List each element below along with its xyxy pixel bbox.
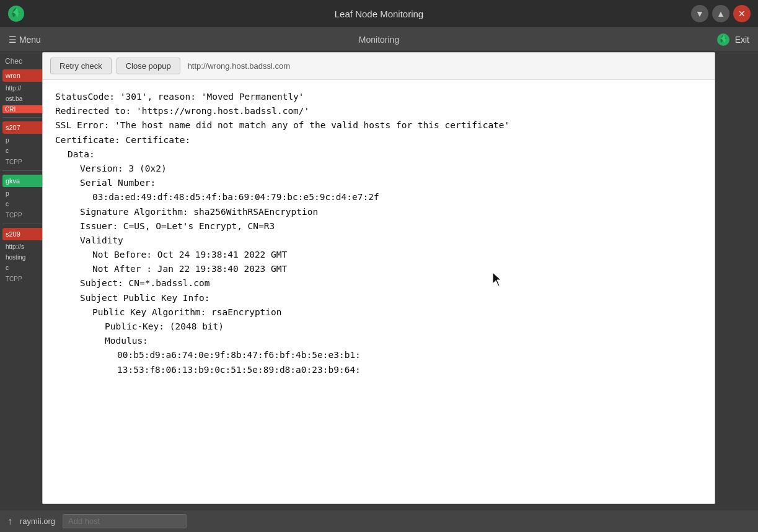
content-line5: Data: (68, 147, 702, 162)
sidebar-tcp1: TCPP (2, 157, 46, 167)
content-line19: 00:b5:d9:a6:74:0e:9f:8b:47:f6:bf:4b:5e:e… (117, 348, 702, 362)
popup-url-label: http://wrong.host.badssl.com (188, 61, 290, 71)
content-line8: 03:da:ed:49:df:48:d5:4f:ba:69:04:79:bc:e… (92, 190, 702, 204)
leaf-icon (716, 33, 730, 46)
content-line17: Public-Key: (2048 bit) (105, 320, 702, 334)
host-label: raymii.org (20, 517, 55, 526)
content-line2: Redirected to: 'https://wrong.host.badss… (55, 104, 702, 118)
content-line14: Subject: CN=*.badssl.com (80, 276, 702, 290)
sidebar-item-s207[interactable]: s207 (2, 121, 46, 134)
maximize-button[interactable]: ▲ (712, 5, 729, 22)
scroll-up-button[interactable]: ↑ (7, 516, 12, 527)
sidebar-item-s209[interactable]: s209 (2, 228, 46, 240)
sidebar-sep-2 (2, 170, 46, 171)
window-controls: ▼ ▲ ✕ (691, 5, 751, 22)
bottom-bar: ↑ raymii.org (0, 510, 758, 532)
retry-check-button[interactable]: Retry check (50, 58, 112, 74)
sidebar-tcp3: TCPP (2, 274, 46, 284)
sidebar-hosting: hosting (2, 253, 46, 261)
content-line11: Validity (80, 233, 702, 248)
popup-dialog: Retry check Close popup http://wrong.hos… (42, 52, 715, 504)
sidebar-sep-1 (2, 117, 46, 118)
sidebar-header: Chec (2, 56, 46, 67)
sidebar-p2: p (2, 190, 46, 198)
popup-toolbar: Retry check Close popup http://wrong.hos… (43, 53, 715, 80)
menu-left: ☰ Menu (9, 35, 41, 45)
sidebar-item-gkva[interactable]: gkva (2, 175, 46, 187)
sidebar-c2: c (2, 200, 46, 208)
sidebar-c1: c (2, 147, 46, 155)
sidebar: Chec wron http:// ost.ba CRI s207 p c TC… (0, 52, 48, 510)
sidebar-badge-cri: CRI (2, 105, 46, 113)
popup-content: StatusCode: '301', reason: 'Moved Perman… (43, 80, 715, 504)
content-line13: Not After : Jan 22 19:38:40 2023 GMT (92, 262, 702, 276)
content-line10: Issuer: C=US, O=Let's Encrypt, CN=R3 (80, 219, 702, 233)
content-line1: StatusCode: '301', reason: 'Moved Perman… (55, 90, 702, 104)
close-button[interactable]: ✕ (733, 5, 751, 22)
sidebar-url-1b: ost.ba (2, 95, 46, 103)
content-line4: Certificate: Certificate: (55, 133, 702, 147)
sidebar-tcp2: TCPP (2, 211, 46, 220)
sidebar-url-1: http:// (2, 84, 46, 92)
content-line9: Signature Algorithm: sha256WithRSAEncryp… (80, 205, 702, 219)
content-line15: Subject Public Key Info: (80, 291, 702, 305)
content-line16: Public Key Algorithm: rsaEncryption (92, 305, 702, 320)
minimize-button[interactable]: ▼ (691, 5, 708, 22)
sidebar-p1: p (2, 136, 46, 144)
main-area: Chec wron http:// ost.ba CRI s207 p c TC… (0, 52, 758, 510)
app-title: Leaf Node Monitoring (335, 9, 423, 19)
sidebar-sep-3 (2, 224, 46, 224)
menu-bar: ☰ Menu Monitoring Exit (0, 27, 758, 52)
menu-right: Exit (716, 33, 749, 46)
sidebar-c3: c (2, 264, 46, 272)
add-host-input[interactable] (63, 514, 187, 528)
content-line7: Serial Number: (80, 176, 702, 190)
close-popup-button[interactable]: Close popup (117, 58, 180, 74)
content-line18: Modulus: (105, 334, 702, 348)
sidebar-item-wron[interactable]: wron (2, 69, 46, 82)
content-line12: Not Before: Oct 24 19:38:41 2022 GMT (92, 248, 702, 262)
app-logo-icon (7, 5, 25, 22)
title-bar-left (7, 5, 25, 22)
title-bar: Leaf Node Monitoring ▼ ▲ ✕ (0, 0, 758, 27)
content-line20: 13:53:f8:06:13:b9:0c:51:5e:89:d8:a0:23:b… (117, 363, 702, 377)
content-line3: SSL Error: 'The host name did not match … (55, 118, 702, 133)
exit-button[interactable]: Exit (735, 35, 749, 45)
content-line6: Version: 3 (0x2) (80, 162, 702, 176)
sidebar-http-s: http://s (2, 243, 46, 251)
menu-center-label: Monitoring (359, 35, 399, 45)
menu-button[interactable]: ☰ Menu (9, 35, 41, 45)
